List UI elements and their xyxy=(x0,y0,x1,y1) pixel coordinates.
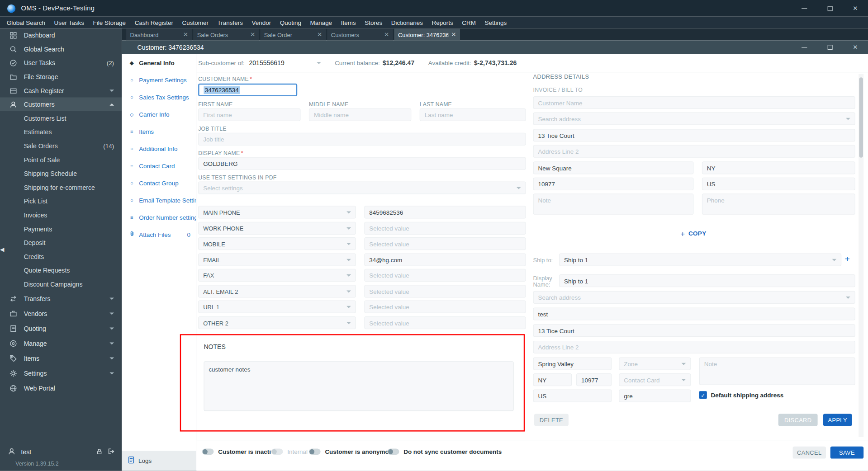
sidebar-item-shipping-schedule[interactable]: Shipping Schedule xyxy=(0,166,122,180)
ship-contact-card-select[interactable]: Contact Card xyxy=(619,373,691,386)
ship-to-select[interactable]: Ship to 1 xyxy=(559,254,841,266)
invoice-state-input[interactable]: NY xyxy=(702,161,855,174)
tab-customer-active[interactable]: Customer: 34762365...✕ xyxy=(394,29,460,41)
mobile-type-select[interactable]: MOBILE xyxy=(198,237,356,250)
customer-inactive-toggle[interactable]: Customer is inactive xyxy=(202,448,278,455)
other-type-select[interactable]: OTHER 2 xyxy=(198,316,356,329)
apply-button[interactable]: APPLY xyxy=(823,414,852,426)
job-title-input[interactable]: Job title xyxy=(198,133,526,146)
lock-icon[interactable] xyxy=(96,448,103,456)
ship-country-input[interactable]: US xyxy=(533,390,612,402)
menu-user-tasks[interactable]: User Tasks xyxy=(50,17,89,28)
sidebar-item-dashboard[interactable]: Dashboard xyxy=(0,28,122,42)
ship-address1-input[interactable]: 13 Tice Court xyxy=(533,324,855,337)
nav-email-template-settings[interactable]: ○Email Template Settings xyxy=(122,191,196,208)
cancel-button[interactable]: CANCEL xyxy=(793,447,826,459)
sidebar-item-shipping-ecommerce[interactable]: Shipping for e-commerce xyxy=(0,180,122,194)
first-name-input[interactable]: First name xyxy=(198,108,300,121)
sidebar-item-customers[interactable]: Customers xyxy=(0,97,122,111)
tab-sale-orders[interactable]: Sale Orders✕ xyxy=(193,29,259,41)
email-input[interactable]: 34@hg.com xyxy=(364,254,526,266)
sidebar-collapse-icon[interactable]: ◀ xyxy=(0,246,4,252)
ship-zip-input[interactable]: 10977 xyxy=(576,373,612,386)
sidebar-item-customers-list[interactable]: Customers List xyxy=(0,111,122,125)
work-phone-input[interactable]: Selected value xyxy=(364,222,526,235)
logs-button[interactable]: Logs xyxy=(138,457,152,464)
url-type-select[interactable]: URL 1 xyxy=(198,301,356,313)
toggle-switch[interactable] xyxy=(388,448,399,454)
maximize-icon[interactable] xyxy=(817,40,842,54)
sidebar-item-payments[interactable]: Payments xyxy=(0,222,122,236)
tab-sale-order[interactable]: Sale Order✕ xyxy=(260,29,326,41)
invoice-note-input[interactable]: Note xyxy=(533,193,694,215)
invoice-country-input[interactable]: US xyxy=(702,178,855,190)
invoice-customer-name-input[interactable]: Customer Name xyxy=(533,96,855,109)
sidebar-item-web-portal[interactable]: Web Portal xyxy=(0,381,122,396)
menu-file-storage[interactable]: File Storage xyxy=(89,17,130,28)
invoice-address2-input[interactable]: Address Line 2 xyxy=(533,145,855,158)
menu-settings[interactable]: Settings xyxy=(480,17,511,28)
add-ship-to-button[interactable]: + xyxy=(845,254,850,264)
toggle-switch[interactable] xyxy=(202,448,214,454)
menu-manage[interactable]: Manage xyxy=(306,17,337,28)
sidebar-item-quote-requests[interactable]: Quote Requests xyxy=(0,264,122,278)
middle-name-input[interactable]: Middle name xyxy=(309,108,411,121)
sidebar-item-transfers[interactable]: Transfers xyxy=(0,291,122,306)
sidebar-item-settings[interactable]: Settings xyxy=(0,366,122,381)
logout-icon[interactable] xyxy=(107,447,115,457)
sidebar-item-global-search[interactable]: Global Search xyxy=(0,42,122,56)
nav-items[interactable]: ≡Items xyxy=(122,123,196,140)
invoice-phone-input[interactable]: Phone xyxy=(702,193,855,215)
menu-vendor[interactable]: Vendor xyxy=(247,17,275,28)
sidebar-item-user-tasks[interactable]: User Tasks (2) xyxy=(0,56,122,70)
nav-general-info[interactable]: ◆General Info xyxy=(122,54,196,71)
scrollbar-thumb[interactable] xyxy=(859,77,863,157)
tab-dashboard[interactable]: Dashboard✕ xyxy=(126,29,192,41)
tab-customers[interactable]: Customers✕ xyxy=(327,29,393,41)
sidebar-item-pick-list[interactable]: Pick List xyxy=(0,194,122,208)
main-phone-type-select[interactable]: MAIN PHONE xyxy=(198,206,356,218)
menu-customer[interactable]: Customer xyxy=(178,17,213,28)
fax-type-select[interactable]: FAX xyxy=(198,269,356,282)
sidebar-item-items[interactable]: Items xyxy=(0,351,122,366)
no-sync-documents-toggle[interactable]: Do not sync customer documents xyxy=(388,448,502,455)
ship-attention-input[interactable]: test xyxy=(533,307,855,320)
toggle-switch[interactable] xyxy=(309,448,321,454)
last-name-input[interactable]: Last name xyxy=(420,108,526,121)
notes-textarea[interactable]: customer notes xyxy=(204,361,513,411)
ship-address2-input[interactable]: Address Line 2 xyxy=(533,341,855,353)
sidebar-item-deposit[interactable]: Deposit xyxy=(0,236,122,250)
nav-attach-files[interactable]: Attach Files0 xyxy=(122,226,196,243)
sidebar-item-discount-campaigns[interactable]: Discount Campaigns xyxy=(0,277,122,291)
close-icon[interactable]: ✕ xyxy=(250,31,255,38)
sidebar-item-sale-orders[interactable]: Sale Orders(14) xyxy=(0,139,122,153)
ship-county-input[interactable]: gre xyxy=(619,390,691,402)
ship-display-name-input[interactable]: Ship to 1 xyxy=(559,274,855,287)
minimize-icon[interactable] xyxy=(792,0,817,17)
nav-carrier-info[interactable]: ◇Carrier Info xyxy=(122,106,196,123)
default-shipping-checkbox[interactable]: ✓ xyxy=(699,391,707,399)
menu-quoting[interactable]: Quoting xyxy=(275,17,306,28)
pdf-settings-select[interactable]: Select settings xyxy=(198,181,526,194)
nav-order-number-settings[interactable]: ≡Order Number settings xyxy=(122,208,196,226)
alt-email-input[interactable]: Selected value xyxy=(364,285,526,297)
toggle-switch[interactable] xyxy=(271,448,283,454)
sidebar-item-file-storage[interactable]: File Storage xyxy=(0,70,122,84)
invoice-search-address-select[interactable]: Search address xyxy=(533,112,855,125)
sidebar-item-quoting[interactable]: Quoting xyxy=(0,321,122,336)
internal-toggle[interactable]: Internal xyxy=(271,448,308,455)
sub-customer-select[interactable]: 2015556619 xyxy=(249,60,321,66)
close-icon[interactable]: ✕ xyxy=(843,0,868,17)
sidebar-item-cash-register[interactable]: Cash Register xyxy=(0,84,122,98)
nav-contact-group[interactable]: ○Contact Group xyxy=(122,174,196,192)
menu-global-search[interactable]: Global Search xyxy=(2,17,50,28)
ship-search-address-select[interactable]: Search address xyxy=(533,291,855,304)
sidebar-item-credits[interactable]: Credits xyxy=(0,250,122,264)
email-type-select[interactable]: EMAIL xyxy=(198,254,356,266)
customer-name-input[interactable]: 3476236534 xyxy=(198,84,297,96)
other-input[interactable]: Selected value xyxy=(364,316,526,329)
menu-stores[interactable]: Stores xyxy=(360,17,386,28)
invoice-address1-input[interactable]: 13 Tice Court xyxy=(533,129,855,141)
close-icon[interactable]: ✕ xyxy=(317,31,322,38)
sidebar-item-manage[interactable]: Manage xyxy=(0,336,122,351)
